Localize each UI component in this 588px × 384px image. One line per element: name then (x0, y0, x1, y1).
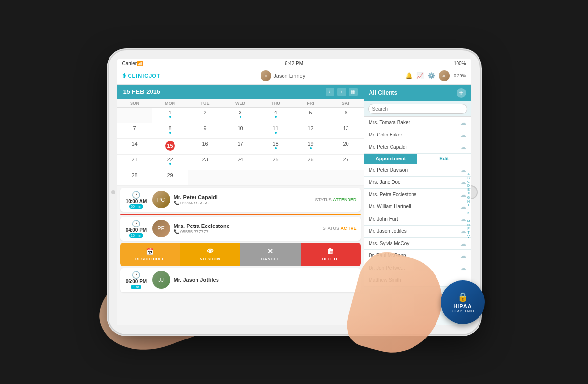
cal-cell-20[interactable]: 20 (328, 139, 364, 155)
search-input[interactable] (368, 104, 467, 114)
cal-next-btn[interactable]: › (337, 88, 346, 96)
cal-cell-28[interactable]: 28 (117, 170, 152, 186)
cal-cell-27[interactable]: 27 (328, 155, 364, 170)
alpha-e[interactable]: E (467, 187, 470, 191)
no-show-button[interactable]: 👁 NO SHOW (180, 243, 240, 266)
cal-cell-24[interactable]: 24 (223, 155, 258, 170)
client-item-capaldi[interactable]: Mr. Peter Capaldi ☁ (364, 141, 471, 154)
cal-cell-26[interactable]: 26 (293, 155, 328, 170)
cloud-icon: ☁ (460, 167, 466, 174)
alpha-j[interactable]: J (467, 207, 470, 210)
cal-prev-btn[interactable]: ‹ (326, 88, 334, 96)
cal-cell-10[interactable]: 10 (223, 123, 258, 139)
client-item-baker-t[interactable]: Mrs. Tomara Baker ☁ (364, 117, 471, 129)
calendar-nav: ‹ › ▦ (326, 88, 358, 96)
no-show-icon: 👁 (207, 248, 214, 255)
alpha-l[interactable]: L (467, 215, 470, 218)
alpha-c[interactable]: C (467, 180, 470, 183)
alpha-a[interactable]: A (467, 172, 470, 175)
logo-icon: ⚕ (122, 72, 126, 80)
client-item-doe[interactable]: Mrs. Jane Doe ☁ (364, 177, 471, 189)
client-name: Mr. Peter Davison (369, 167, 408, 173)
cal-cell-6[interactable]: 6 (328, 108, 364, 123)
day-header-mon: MON (152, 99, 188, 107)
profile-avatar[interactable]: JL (439, 70, 450, 81)
alpha-g[interactable]: G (467, 195, 470, 199)
alpha-i[interactable]: I (467, 203, 470, 206)
delete-label: DELETE (322, 257, 339, 261)
reschedule-button[interactable]: 📅 RESCHEDULE (120, 243, 180, 266)
appt-avatar-jotfiles: JJ (152, 271, 170, 289)
tab-edit[interactable]: Edit (417, 154, 471, 164)
cloud-icon: ☁ (460, 240, 466, 247)
delete-button[interactable]: 🗑 DELETE (301, 243, 361, 266)
alpha-k[interactable]: K (467, 211, 470, 214)
alpha-n[interactable]: N (467, 223, 470, 226)
cal-cell-8[interactable]: 8 (152, 123, 188, 139)
client-item-davison[interactable]: Mr. Peter Davison ☁ (364, 164, 471, 177)
chart-icon[interactable]: 📈 (416, 72, 424, 79)
cal-cell-9[interactable]: 9 (188, 123, 223, 139)
cal-cell-4[interactable]: 4 (258, 108, 293, 123)
cloud-icon: ☁ (460, 191, 466, 198)
hipaa-sublabel: COMPLIANT (451, 309, 475, 313)
client-name: Mrs. Tomara Baker (369, 120, 410, 125)
cal-cell-2[interactable]: 2 (188, 108, 223, 123)
cal-cell-15-today[interactable]: 15 (152, 139, 188, 155)
cloud-icon: ☁ (460, 179, 466, 186)
cal-cell-12[interactable]: 12 (293, 123, 328, 139)
appt-details-2: Mrs. Petra Ecclestone 📞 05555 777777 (174, 223, 319, 234)
appt-details-3: Mr. Jason Jotfiles (174, 277, 357, 283)
cal-cell-29[interactable]: 29 (152, 170, 188, 186)
client-item-baker-c[interactable]: Mr. Colin Baker ☁ (364, 129, 471, 141)
alpha-d[interactable]: D (467, 183, 470, 187)
cal-cell-16[interactable]: 16 (188, 139, 223, 155)
cancel-button[interactable]: ✕ CANCEL (240, 243, 301, 266)
day-header-fri: FRI (293, 99, 328, 107)
alpha-t[interactable]: T (467, 230, 470, 234)
alpha-v[interactable]: V (467, 234, 470, 238)
user-info: JL Jason Linney (261, 70, 305, 81)
hipaa-badge: 🔒 HIPAA COMPLIANT (441, 280, 485, 324)
appt-time-1: 10:00 AM (126, 199, 147, 204)
bell-icon[interactable]: 🔔 (405, 72, 413, 79)
appointment-ecclestone[interactable]: 🕐 04:00 PM 15 min PE Mrs. Petra Ecclesto… (120, 217, 361, 241)
cal-cell-21[interactable]: 21 (117, 155, 152, 170)
cal-grid-view-btn[interactable]: ▦ (349, 88, 358, 96)
appt-time-3: 06:00 PM (126, 279, 147, 284)
day-header-wed: WED (223, 99, 258, 107)
cal-cell-3[interactable]: 3 (223, 108, 258, 123)
client-item-ecclestone[interactable]: Mrs. Petra Ecclestone ☁ (364, 189, 471, 201)
alpha-index: A B C D E F G H I J K L M N P (466, 171, 471, 239)
cal-cell-22[interactable]: 22 (152, 155, 188, 170)
cancel-icon: ✕ (267, 248, 274, 255)
alpha-m[interactable]: M (467, 219, 470, 222)
alpha-b[interactable]: B (467, 176, 470, 179)
cal-cell-23[interactable]: 23 (188, 155, 223, 170)
cal-cell-7[interactable]: 7 (117, 123, 152, 139)
appointment-capaldi[interactable]: 🕐 10:00 AM 60 min PC Mr. Peter Capaldi 📞… (120, 188, 361, 212)
cal-cell-19[interactable]: 19 (293, 139, 328, 155)
appt-details-1: Mr. Peter Capaldi 📞 01234 555555 (174, 194, 311, 205)
cal-cell-18[interactable]: 18 (258, 139, 293, 155)
client-item-hurt[interactable]: Mr. John Hurt ☁ (364, 213, 471, 226)
cal-cell-17[interactable]: 17 (223, 139, 258, 155)
cal-cell-14[interactable]: 14 (117, 139, 152, 155)
client-item-mccoy[interactable]: Mrs. Sylvia McCoy ☁ (364, 238, 471, 250)
cloud-icon: ☁ (460, 265, 466, 271)
client-action-tabs: Appointment Edit (364, 154, 471, 164)
alpha-p[interactable]: P (467, 226, 470, 230)
appointment-jotfiles[interactable]: 🕐 06:00 PM 1 hr JJ Mr. Jason Jotfiles (120, 268, 361, 292)
alpha-f[interactable]: F (467, 191, 470, 195)
add-client-button[interactable]: + (457, 88, 466, 98)
client-item-hartnell[interactable]: Mr. William Hartnell ☁ (364, 201, 471, 213)
gear-icon[interactable]: ⚙️ (428, 72, 435, 79)
cal-cell-11[interactable]: 11 (258, 123, 293, 139)
cal-cell-25[interactable]: 25 (258, 155, 293, 170)
cal-cell-13[interactable]: 13 (328, 123, 364, 139)
client-item-jotfiles[interactable]: Mr. Jason Jotfiles ☁ (364, 226, 471, 238)
cal-cell-1[interactable]: 1 (152, 108, 188, 123)
tab-appointment[interactable]: Appointment (364, 154, 418, 164)
alpha-h[interactable]: H (467, 199, 470, 203)
cal-cell-5[interactable]: 5 (293, 108, 328, 123)
